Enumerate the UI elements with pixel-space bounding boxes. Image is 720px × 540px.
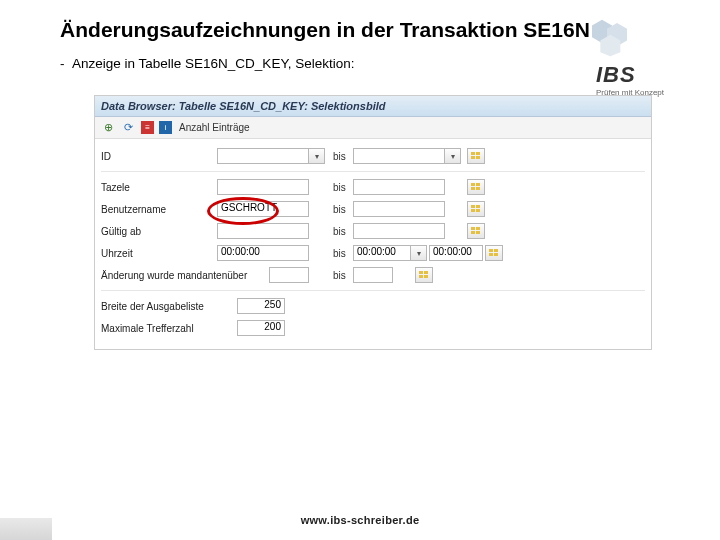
multi-select-icon[interactable] [415,267,433,283]
row-benutzer: Benutzername GSCHROTT bis [99,198,647,220]
max-input[interactable]: 200 [237,320,285,336]
svg-rect-20 [494,249,498,252]
uhrzeit-from-input[interactable]: 00:00:00 [217,245,309,261]
multi-select-icon[interactable] [467,201,485,217]
svg-rect-7 [471,183,475,186]
sap-window-title: Data Browser: Tabelle SE16N_CD_KEY: Sele… [95,96,651,117]
multi-select-icon[interactable] [467,179,485,195]
id-from-input[interactable] [217,148,309,164]
row-tazele: Tazele bis [99,176,647,198]
row-breite: Breite der Ausgabeliste 250 [99,295,647,317]
svg-rect-26 [424,275,428,278]
uhrzeit-to-input[interactable]: 00:00:00 [353,245,411,261]
logo-subtitle: Prüfen mit Konzept [596,88,702,97]
svg-rect-17 [471,231,475,234]
svg-rect-19 [489,249,493,252]
svg-rect-21 [489,253,493,256]
svg-rect-25 [419,275,423,278]
row-gueltig: Gültig ab bis [99,220,647,242]
doc-red-icon[interactable]: ≡ [141,121,154,134]
svg-rect-13 [471,209,475,212]
doc-blue-icon[interactable]: i [159,121,172,134]
row-max: Maximale Trefferzahl 200 [99,317,647,339]
svg-rect-4 [476,152,480,155]
gueltig-from-input[interactable] [217,223,309,239]
sap-screenshot: Data Browser: Tabelle SE16N_CD_KEY: Sele… [94,95,652,350]
svg-rect-9 [471,187,475,190]
logo-text: IBS [596,62,702,88]
svg-rect-24 [424,271,428,274]
aenderung-from-input[interactable] [269,267,309,283]
toolbar-label: Anzahl Einträge [179,122,250,133]
svg-rect-8 [476,183,480,186]
tazele-from-input[interactable] [217,179,309,195]
multi-select-icon[interactable] [467,148,485,164]
multi-select-icon[interactable] [485,245,503,261]
svg-rect-11 [471,205,475,208]
breite-input[interactable]: 250 [237,298,285,314]
dropdown-icon[interactable]: ▾ [411,245,427,261]
svg-rect-16 [476,227,480,230]
benutzer-from-input[interactable]: GSCHROTT [217,201,309,217]
benutzer-to-input[interactable] [353,201,445,217]
tazele-to-input[interactable] [353,179,445,195]
row-uhrzeit: Uhrzeit 00:00:00 bis 00:00:00 ▾ 00:00:00 [99,242,647,264]
svg-rect-3 [471,152,475,155]
svg-rect-14 [476,209,480,212]
svg-rect-23 [419,271,423,274]
brand-logo: IBS Prüfen mit Konzept [592,18,702,97]
sap-toolbar: ⊕ ⟳ ≡ i Anzahl Einträge [95,117,651,139]
uhrzeit-extra-input[interactable]: 00:00:00 [429,245,483,261]
svg-rect-22 [494,253,498,256]
dropdown-icon[interactable]: ▾ [445,148,461,164]
svg-rect-6 [476,156,480,159]
multi-select-icon[interactable] [467,223,485,239]
id-to-input[interactable] [353,148,445,164]
svg-rect-10 [476,187,480,190]
aenderung-to-input[interactable] [353,267,393,283]
execute-icon[interactable]: ⊕ [101,120,116,135]
gueltig-to-input[interactable] [353,223,445,239]
row-id: ID ▾ bis ▾ [99,145,647,167]
svg-rect-5 [471,156,475,159]
svg-rect-18 [476,231,480,234]
dropdown-icon[interactable]: ▾ [309,148,325,164]
row-aenderung: Änderung wurde mandantenüber bis [99,264,647,286]
svg-rect-15 [471,227,475,230]
refresh-icon[interactable]: ⟳ [121,120,136,135]
svg-rect-12 [476,205,480,208]
footer-url: www.ibs-schreiber.de [0,514,720,526]
